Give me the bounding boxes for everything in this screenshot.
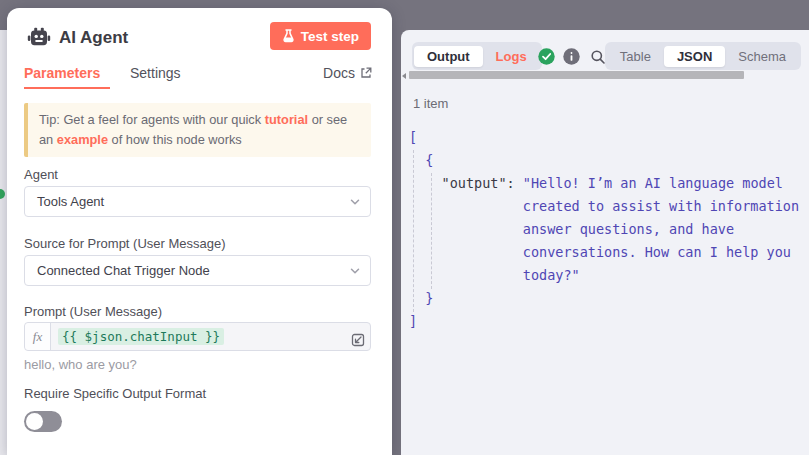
agent-field-label: Agent <box>24 167 58 182</box>
screen: AI Agent Test step Parameters Settings D… <box>0 0 809 455</box>
horizontal-scrollbar[interactable] <box>409 71 744 79</box>
node-input-connector <box>0 189 5 199</box>
expression-result-preview: hello, who are you? <box>24 357 137 372</box>
tab-settings[interactable]: Settings <box>130 65 181 81</box>
toggle-knob <box>26 413 43 430</box>
items-count: 1 item <box>413 96 448 111</box>
prompt-expression-value[interactable]: {{ $json.chatInput }} <box>58 328 224 345</box>
active-tab-underline <box>24 87 110 89</box>
docs-label: Docs <box>323 65 355 81</box>
tip-text: Tip: Get a feel for agents with our quic… <box>39 112 265 127</box>
node-header: AI Agent Test step <box>7 8 392 64</box>
chevron-down-icon <box>349 265 361 280</box>
external-link-icon <box>360 67 372 79</box>
json-brackets: } ] <box>409 290 433 329</box>
output-format-label: Require Specific Output Format <box>24 386 206 401</box>
node-settings-card: AI Agent Test step Parameters Settings D… <box>7 8 392 455</box>
output-logs-tabs: Output Logs <box>412 42 542 70</box>
tip-text: of how this node works <box>108 132 242 147</box>
flask-icon <box>282 29 295 43</box>
view-json[interactable]: JSON <box>664 46 725 67</box>
expand-expression-icon[interactable] <box>351 333 365 347</box>
docs-link[interactable]: Docs <box>323 65 372 81</box>
prompt-source-value: Connected Chat Trigger Node <box>37 263 210 278</box>
chevron-down-icon <box>349 196 361 211</box>
tab-output[interactable]: Output <box>414 46 483 67</box>
example-link[interactable]: example <box>57 132 108 147</box>
test-step-label: Test step <box>301 29 359 44</box>
prompt-expression-input[interactable]: fx {{ $json.chatInput }} <box>24 322 371 351</box>
view-table[interactable]: Table <box>607 46 664 67</box>
output-format-toggle[interactable] <box>24 411 62 432</box>
view-mode-tabs: Table JSON Schema <box>605 42 801 70</box>
tutorial-link[interactable]: tutorial <box>265 112 308 127</box>
json-separator: : <box>507 175 523 191</box>
node-tabs: Parameters Settings Docs <box>7 65 392 91</box>
prompt-source-select[interactable]: Connected Chat Trigger Node <box>24 255 371 286</box>
info-icon[interactable] <box>563 48 580 65</box>
agent-select-value: Tools Agent <box>37 194 104 209</box>
test-step-button[interactable]: Test step <box>270 22 371 50</box>
prompt-field-label: Prompt (User Message) <box>24 304 162 319</box>
prompt-source-label: Source for Prompt (User Message) <box>24 236 226 251</box>
success-check-icon <box>538 48 555 65</box>
tab-logs[interactable]: Logs <box>483 46 540 67</box>
tab-parameters[interactable]: Parameters <box>24 65 100 81</box>
json-value: "Hello! I’m an AI language model created… <box>409 175 799 283</box>
json-key: "output" <box>442 175 507 191</box>
scroll-left-arrow[interactable] <box>402 73 406 79</box>
output-panel: Output Logs Table JSON Schema <box>401 30 809 455</box>
view-schema[interactable]: Schema <box>725 46 799 67</box>
fx-badge: fx <box>25 323 51 350</box>
tip-banner: Tip: Get a feel for agents with our quic… <box>24 103 371 157</box>
json-brackets: [ { <box>409 129 442 191</box>
agent-select[interactable]: Tools Agent <box>24 186 371 217</box>
json-output-view[interactable]: [ { "output": "Hello! I’m an AI language… <box>409 126 799 333</box>
robot-icon <box>27 27 51 47</box>
node-title: AI Agent <box>59 28 128 48</box>
